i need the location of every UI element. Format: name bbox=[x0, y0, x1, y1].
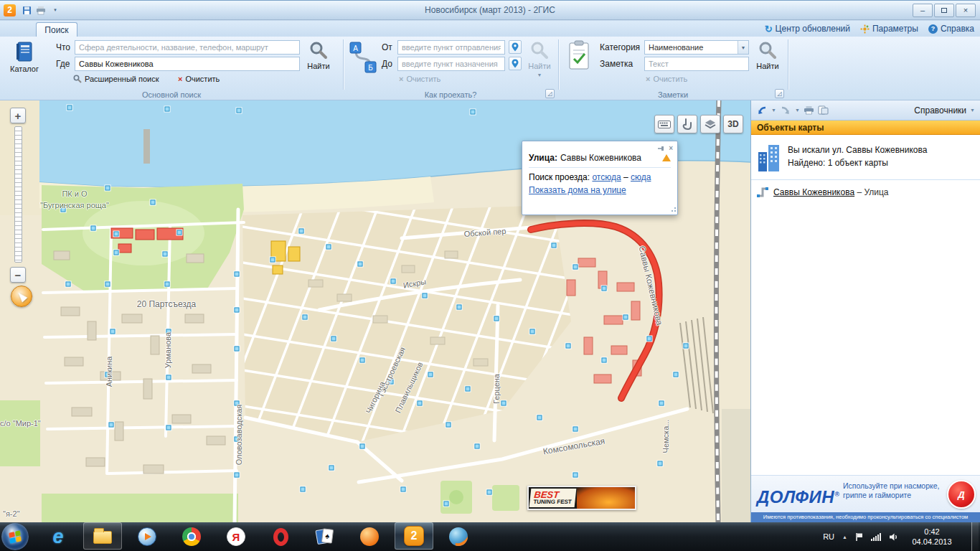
export-list-button[interactable] bbox=[818, 105, 829, 115]
route-to-input[interactable] bbox=[397, 57, 505, 71]
map-object-marker[interactable] bbox=[401, 487, 406, 492]
map-object-marker[interactable] bbox=[109, 423, 114, 428]
taskbar-orange-app-button[interactable] bbox=[350, 522, 389, 551]
map-object-marker[interactable] bbox=[466, 387, 471, 392]
zoom-out-button[interactable]: − bbox=[10, 267, 26, 283]
clock[interactable]: 0:42 04.04.2013 bbox=[906, 527, 958, 547]
map-object-marker[interactable] bbox=[659, 401, 664, 406]
map-object-marker[interactable] bbox=[494, 316, 499, 321]
map-object-marker[interactable] bbox=[389, 380, 394, 385]
map-object-marker[interactable] bbox=[166, 329, 171, 334]
start-button[interactable] bbox=[1, 523, 29, 550]
map-object-marker[interactable] bbox=[573, 473, 578, 478]
map-object-marker[interactable] bbox=[105, 372, 110, 377]
qat-menu-icon[interactable]: ▾ bbox=[48, 4, 62, 17]
map-object-marker[interactable] bbox=[391, 279, 396, 284]
map-object-marker[interactable] bbox=[270, 258, 275, 263]
map-object-marker[interactable] bbox=[66, 282, 71, 287]
map-object-marker[interactable] bbox=[110, 329, 116, 334]
taskbar-opera-button[interactable] bbox=[261, 522, 300, 551]
forward-dropdown-icon[interactable]: ▼ bbox=[795, 108, 800, 113]
map-object-marker[interactable] bbox=[358, 262, 363, 267]
catalog-button[interactable]: Каталог bbox=[7, 38, 42, 91]
pin-popup-icon[interactable] bbox=[657, 145, 664, 152]
map-object-marker[interactable] bbox=[331, 336, 336, 342]
map-object-marker[interactable] bbox=[105, 282, 110, 287]
map-object-marker[interactable] bbox=[530, 329, 535, 334]
map-object-marker[interactable] bbox=[235, 308, 240, 313]
map-object-marker[interactable] bbox=[235, 437, 240, 442]
street-result-link[interactable]: Саввы Кожевникова bbox=[773, 187, 854, 197]
map-object-marker[interactable] bbox=[237, 108, 242, 113]
map-object-marker[interactable] bbox=[303, 315, 308, 320]
close-popup-icon[interactable]: × bbox=[669, 144, 673, 152]
map-object-marker[interactable] bbox=[91, 226, 96, 231]
map-object-marker[interactable] bbox=[301, 487, 306, 492]
update-center-button[interactable]: ↻ Центр обновлений bbox=[765, 24, 850, 34]
map-object-marker[interactable] bbox=[418, 401, 423, 406]
map-object-marker[interactable] bbox=[573, 427, 578, 432]
category-select[interactable]: Наименование ▼ bbox=[644, 40, 749, 55]
map-object-marker[interactable] bbox=[647, 336, 652, 342]
zoom-slider[interactable] bbox=[14, 126, 22, 263]
route-from-here-link[interactable]: отсюда bbox=[592, 172, 621, 182]
map-object-marker[interactable] bbox=[658, 461, 663, 466]
map-object-marker[interactable] bbox=[537, 415, 542, 420]
route-to-here-link[interactable]: сюда bbox=[631, 172, 651, 182]
map-object-marker[interactable] bbox=[566, 344, 571, 349]
what-input[interactable] bbox=[75, 40, 300, 55]
taskbar-ie-button[interactable]: e bbox=[39, 522, 77, 551]
map-object-marker[interactable] bbox=[151, 200, 156, 205]
parameters-button[interactable]: Параметры bbox=[860, 24, 918, 34]
close-button[interactable]: × bbox=[956, 4, 976, 17]
taskbar-yandex-button[interactable]: Я bbox=[217, 522, 255, 551]
map-object-marker[interactable] bbox=[61, 207, 66, 212]
volume-icon[interactable] bbox=[889, 532, 898, 542]
notes-dialog-launcher[interactable]: ◿ bbox=[775, 89, 784, 98]
map-object-marker[interactable] bbox=[166, 375, 171, 380]
map-object-marker[interactable] bbox=[177, 230, 182, 235]
reference-dropdown-icon[interactable]: ▼ bbox=[970, 108, 975, 113]
map-object-marker[interactable] bbox=[235, 272, 240, 277]
threed-button[interactable]: 3D bbox=[723, 115, 743, 133]
taskbar-chrome-button[interactable] bbox=[172, 522, 211, 551]
tab-search[interactable]: Поиск bbox=[36, 22, 77, 37]
map-object-marker[interactable] bbox=[105, 186, 110, 191]
clear-button-route[interactable]: × Очистить bbox=[399, 75, 440, 83]
map-canvas[interactable]: ПК и О "Бугринская роща" 20 Партсъезда А… bbox=[0, 100, 750, 522]
map-object-marker[interactable] bbox=[602, 358, 607, 363]
map-object-marker[interactable] bbox=[235, 401, 240, 406]
network-icon[interactable] bbox=[871, 533, 881, 541]
map-object-marker[interactable] bbox=[235, 473, 240, 478]
resize-grip-icon[interactable] bbox=[670, 207, 676, 213]
map-object-marker[interactable] bbox=[475, 444, 480, 449]
touch-mode-button[interactable] bbox=[677, 115, 697, 133]
map-object-marker[interactable] bbox=[428, 372, 433, 377]
zoom-in-button[interactable]: + bbox=[10, 108, 26, 123]
find-button-notes[interactable]: Найти bbox=[750, 38, 785, 91]
map-object-marker[interactable] bbox=[446, 423, 451, 428]
where-input[interactable] bbox=[75, 57, 300, 71]
map-object-marker[interactable] bbox=[501, 401, 507, 406]
route-from-input[interactable] bbox=[397, 40, 505, 55]
map-object-marker[interactable] bbox=[165, 282, 170, 287]
sidebar-ad[interactable]: ДОЛФИН® Используйте при насморке, гриппе… bbox=[751, 475, 980, 522]
clear-button-notes[interactable]: × Очистить bbox=[646, 75, 687, 83]
taskbar-globe-app-button[interactable] bbox=[439, 522, 478, 551]
reference-books-button[interactable]: Справочники bbox=[914, 105, 966, 116]
map-object-marker[interactable] bbox=[444, 501, 449, 507]
find-button-main[interactable]: Найти bbox=[301, 38, 336, 91]
map-ad-banner[interactable]: BEST TUNING FEST bbox=[527, 486, 636, 510]
map-object-marker[interactable] bbox=[163, 252, 168, 257]
result-list-item[interactable]: Саввы Кожевникова – Улица bbox=[751, 180, 980, 204]
compass-control[interactable] bbox=[11, 286, 32, 307]
taskbar-2gis-button[interactable]: 2 bbox=[395, 522, 433, 550]
map-object-marker[interactable] bbox=[235, 347, 240, 352]
taskbar-explorer-button[interactable] bbox=[83, 522, 122, 550]
map-object-marker[interactable] bbox=[114, 232, 119, 237]
back-dropdown-icon[interactable]: ▼ bbox=[771, 108, 776, 113]
find-button-route[interactable]: Найти ▼ bbox=[522, 38, 557, 91]
show-desktop-button[interactable] bbox=[971, 522, 979, 551]
map-object-marker[interactable] bbox=[471, 110, 476, 115]
map-object-marker[interactable] bbox=[487, 490, 492, 495]
